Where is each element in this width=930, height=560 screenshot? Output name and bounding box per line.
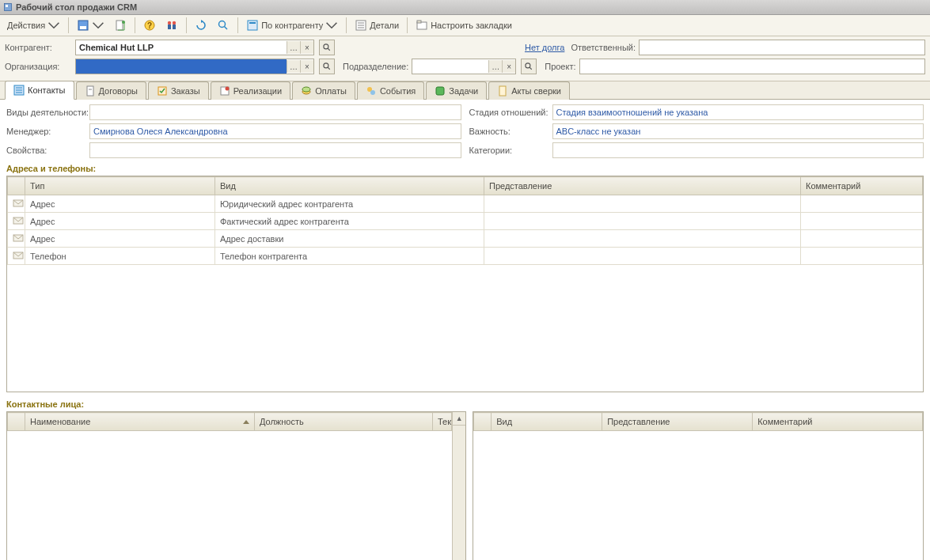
realizations-icon [219,85,230,96]
svg-point-26 [526,63,530,68]
clear-icon[interactable]: × [502,60,515,73]
ellipsis-icon[interactable]: … [287,60,300,73]
refresh-icon-button[interactable] [191,15,211,36]
addr-col-repr[interactable]: Представление [484,177,801,195]
categories-field[interactable] [552,142,924,158]
row-repr [484,248,801,265]
row-comment [801,248,923,265]
counterparty-input[interactable]: Chemical Hut LLP … × [75,40,314,55]
cl-col-position[interactable]: Должность [255,413,433,431]
importance-label: Важность: [469,127,552,136]
people-icon-button[interactable] [161,15,182,36]
svg-point-24 [324,63,328,68]
filter-panel: Контрагент: Chemical Hut LLP … × Нет дол… [0,36,930,81]
tab-contacts[interactable]: Контакты [5,81,74,100]
contacts-heading: Контактные лица: [0,397,930,411]
svg-point-38 [302,87,310,92]
svg-point-22 [324,44,328,49]
scrollbar[interactable]: ▲ [452,412,465,560]
actions-menu[interactable]: Действия [3,15,64,36]
stage-field[interactable]: Стадия взаимоотношений не указана [552,104,924,120]
row-repr [484,230,801,248]
organization-input[interactable]: … × [75,59,314,74]
contacts-left-grid[interactable]: Наименование Должность Текущее состояние… [6,411,466,560]
new-doc-icon-button[interactable] [110,15,131,36]
importance-field[interactable]: ABC-класс не указан [552,123,924,139]
responsible-label: Ответственный: [571,43,636,52]
row-type-icon [8,195,25,213]
cl-col-icon[interactable] [8,413,25,431]
subdivision-label: Подразделение: [343,62,408,71]
addr-col-comment[interactable]: Комментарий [801,177,923,195]
tab-bar: Контакты Договоры Заказы Реализации Опла… [0,81,930,100]
row-kind: Адрес доставки [215,230,484,248]
svg-rect-21 [417,21,421,23]
svg-rect-41 [436,87,444,95]
manager-field[interactable]: Смирнова Олеся Александровна [89,123,461,139]
tasks-icon [435,85,446,96]
svg-rect-32 [87,86,93,96]
ellipsis-icon[interactable]: … [488,60,502,73]
help-icon-button[interactable]: ? [139,15,160,36]
project-input[interactable] [579,59,925,74]
tab-orders[interactable]: Заказы [148,81,209,100]
tab-tasks[interactable]: Задачи [426,81,487,100]
table-row[interactable]: ТелефонТелефон контрагента [8,248,923,265]
subdivision-input[interactable]: … × [412,59,516,74]
save-icon-button[interactable] [73,15,108,36]
svg-line-23 [328,48,330,51]
details-button[interactable]: Детали [351,15,403,36]
tab-payments[interactable]: Оплаты [292,81,355,100]
tab-contracts[interactable]: Договоры [76,81,146,100]
row-type: Адрес [25,230,215,248]
table-row[interactable]: АдресАдрес доставки [8,230,923,248]
categories-label: Категории: [469,146,552,155]
scroll-up-icon[interactable]: ▲ [453,412,465,426]
responsible-input[interactable] [639,40,925,55]
addr-col-type[interactable]: Тип [25,177,215,195]
contacts-list-icon [13,85,25,96]
cr-col-kind[interactable]: Вид [492,413,602,431]
svg-line-27 [530,67,532,70]
row-type: Адрес [25,213,215,230]
cr-col-icon[interactable] [474,413,492,431]
addr-col-kind[interactable]: Вид [215,177,484,195]
tab-realizations[interactable]: Реализации [211,81,290,100]
cr-col-comment[interactable]: Комментарий [753,413,923,431]
contacts-right-grid[interactable]: Вид Представление Комментарий [473,411,924,560]
svg-rect-11 [173,25,176,29]
manager-label: Менеджер: [6,127,89,136]
counterparty-lookup-icon[interactable] [319,40,335,55]
configure-tabs-button[interactable]: Настроить закладки [412,15,516,36]
activity-field[interactable] [89,104,461,120]
svg-point-10 [173,21,176,25]
svg-rect-1 [6,5,8,7]
svg-line-13 [225,27,228,30]
organization-lookup-icon[interactable] [319,59,335,74]
addresses-grid[interactable]: Тип Вид Представление Комментарий АдресЮ… [6,176,924,392]
svg-point-36 [225,87,229,91]
row-kind: Телефон контрагента [215,248,484,265]
ellipsis-icon[interactable]: … [287,41,300,54]
table-row[interactable]: АдресЮридический адрес контрагента [8,195,923,213]
cr-col-repr[interactable]: Представление [602,413,753,431]
by-counterparty-button[interactable]: По контрагенту [242,15,342,36]
clear-icon[interactable]: × [300,60,313,73]
cl-col-name[interactable]: Наименование [25,413,255,431]
svg-rect-42 [499,86,506,96]
addr-col-icon[interactable] [8,177,25,195]
row-type: Телефон [25,248,215,265]
cl-col-state[interactable]: Текущее состояние [433,413,452,431]
window-titlebar: Рабочий стол продажи CRM [0,0,930,15]
table-row[interactable]: АдресФактический адрес контрагента [8,213,923,230]
search-icon-button[interactable] [213,15,233,36]
svg-rect-15 [249,22,256,24]
properties-field[interactable] [89,142,461,158]
no-debt-link[interactable]: Нет долга [525,43,564,52]
svg-point-40 [370,90,375,95]
tab-events[interactable]: События [357,81,424,100]
tab-reconciliation[interactable]: Акты сверки [488,81,570,100]
clear-icon[interactable]: × [300,41,313,54]
counterparty-label: Контрагент: [5,43,72,52]
subdivision-lookup-icon[interactable] [521,59,537,74]
